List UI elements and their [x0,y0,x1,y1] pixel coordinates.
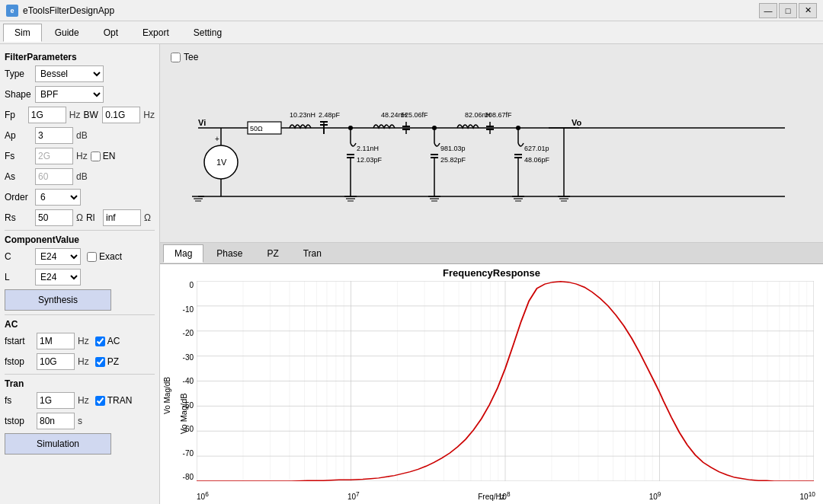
pz-checkbox[interactable] [95,357,105,367]
svg-text:1V: 1V [216,158,227,167]
fs-unit: Hz [76,151,88,161]
as-input[interactable] [35,168,73,185]
plot-tab-pz[interactable]: PZ [255,244,290,263]
close-button[interactable]: ✕ [799,3,817,18]
fstop-unit: Hz [78,356,89,367]
right-panel: Tee 1V [160,44,823,504]
type-label: Type [5,69,32,79]
chart-container: FrequencyResponse Vo Mag/dB [160,264,823,504]
en-checkbox[interactable] [91,152,101,161]
minimize-button[interactable]: — [759,3,777,18]
x-label: Freq/Hz [478,493,505,501]
bw-label: BW [83,110,99,120]
x-tick-7: 107 [347,490,360,501]
order-select[interactable]: 2345 678 [35,189,81,206]
svg-text:525.06fF: 525.06fF [401,111,428,119]
type-select[interactable]: Bessel Butterworth Chebyshev Elliptic [35,65,104,82]
main-content: FilterParameters Type Bessel Butterworth… [0,44,823,504]
fs-tran-input[interactable] [37,392,75,409]
y-tick-70: -70 [183,449,194,458]
tran-checkbox-row: TRAN [95,395,133,406]
tee-checkbox[interactable] [171,53,181,62]
simulation-button[interactable]: Simulation [5,433,111,455]
fstop-label: fstop [5,356,34,367]
y-tick-20: -20 [183,329,194,337]
ac-checkbox[interactable] [95,337,105,346]
y-label: Vo Mag/dB [163,377,171,414]
x-tick-6: 106 [197,490,209,501]
svg-text:981.03p: 981.03p [440,145,466,152]
fstart-row: fstart Hz AC [5,333,155,349]
ap-label: Ap [5,130,32,141]
en-label: EN [103,151,116,161]
fstart-unit: Hz [78,336,89,346]
rl-input[interactable] [103,209,141,226]
rl-label: Rl [86,212,100,223]
svg-text:50Ω: 50Ω [250,125,263,132]
y-tick-80: -80 [183,473,194,481]
tran-checkbox[interactable] [95,396,105,406]
circuit-area: Tee 1V [160,44,823,242]
svg-text:Vi: Vi [198,118,206,127]
tee-row: Tee [171,52,198,62]
divider-3 [5,374,155,375]
fs-row: Fs Hz EN [5,148,155,164]
rs-input[interactable] [35,209,73,226]
fs-input[interactable] [35,148,73,164]
c-row: C E6E12E24E48E96 Exact [5,248,155,265]
titlebar-left: e eToolsFilterDesignApp [6,5,114,17]
fstart-input[interactable] [37,333,75,349]
type-row: Type Bessel Butterworth Chebyshev Ellipt… [5,65,155,82]
shape-row: Shape LPF HPF BPF BSF [5,86,155,103]
rs-label: Rs [5,212,32,223]
order-row: Order 2345 678 [5,189,155,206]
plot-tab-tran[interactable]: Tran [292,244,333,263]
pz-label: PZ [107,356,119,367]
chart-title: FrequencyResponse [160,264,823,282]
y-tick-60: -60 [183,425,194,433]
as-unit: dB [76,171,88,182]
c-label: C [5,251,32,262]
as-row: As dB [5,168,155,185]
divider-1 [5,230,155,231]
fstop-input[interactable] [37,353,75,370]
bw-input[interactable] [102,107,140,123]
ac-section-title: AC [5,319,155,330]
fs-label: Fs [5,151,32,161]
exact-checkbox-row: Exact [87,251,122,262]
order-label: Order [5,192,32,203]
menu-tab-opt[interactable]: Opt [92,24,130,42]
tstop-unit: s [78,416,82,426]
shape-select[interactable]: LPF HPF BPF BSF [35,86,104,103]
plot-tab-mag[interactable]: Mag [163,244,203,263]
fp-input[interactable] [28,107,66,123]
c-select[interactable]: E6E12E24E48E96 [35,248,81,265]
x-axis-ticks: 106 107 108 109 1010 [197,490,815,501]
l-select[interactable]: E6E12E24E48E96 [35,269,81,285]
l-label: L [5,272,32,282]
tstop-label: tstop [5,416,34,426]
menu-tab-guide[interactable]: Guide [43,24,91,42]
ap-input[interactable] [35,127,73,144]
plot-tab-phase[interactable]: Phase [205,244,254,263]
exact-label: Exact [99,251,122,262]
rs-unit: Ω [76,212,83,223]
y-tick-0: 0 [189,281,194,289]
pz-checkbox-row: PZ [95,356,119,367]
menu-tab-export[interactable]: Export [131,24,181,42]
rl-unit: Ω [144,212,151,223]
menu-tab-sim[interactable]: Sim [3,24,42,42]
menubar: Sim Guide Opt Export Setting [0,21,823,44]
svg-text:48.06pF: 48.06pF [524,156,550,164]
ap-unit: dB [76,130,88,141]
app-title: eToolsFilterDesignApp [23,5,114,16]
tstop-row: tstop s [5,413,155,429]
svg-text:12.03pF: 12.03pF [357,156,383,164]
menu-tab-setting[interactable]: Setting [182,24,233,42]
synthesis-button[interactable]: Synthesis [5,289,111,311]
svg-text:+: + [215,135,219,143]
en-checkbox-row: EN [91,151,116,161]
exact-checkbox[interactable] [87,252,97,262]
restore-button[interactable]: □ [779,3,797,18]
tstop-input[interactable] [37,413,75,429]
